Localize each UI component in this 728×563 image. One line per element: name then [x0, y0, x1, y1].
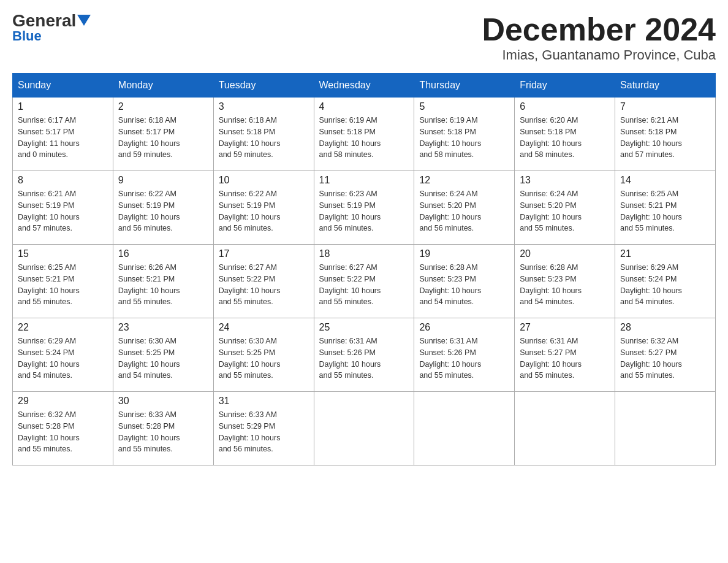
day-info: Sunrise: 6:28 AM Sunset: 5:23 PM Dayligh…	[520, 262, 610, 308]
calendar-day-11: 11Sunrise: 6:23 AM Sunset: 5:19 PM Dayli…	[314, 171, 414, 245]
weekday-header-monday: Monday	[113, 74, 213, 98]
calendar-day-1: 1Sunrise: 6:17 AM Sunset: 5:17 PM Daylig…	[13, 98, 113, 171]
day-number: 27	[520, 322, 610, 333]
calendar-empty-cell	[314, 392, 414, 465]
calendar-day-8: 8Sunrise: 6:21 AM Sunset: 5:19 PM Daylig…	[13, 171, 113, 245]
day-number: 16	[118, 248, 208, 259]
day-info: Sunrise: 6:31 AM Sunset: 5:27 PM Dayligh…	[520, 335, 610, 381]
calendar-empty-cell	[414, 392, 515, 465]
day-number: 22	[18, 322, 108, 333]
day-number: 24	[219, 322, 309, 333]
svg-marker-0	[77, 15, 91, 26]
day-number: 30	[118, 396, 208, 407]
calendar-day-3: 3Sunrise: 6:18 AM Sunset: 5:18 PM Daylig…	[213, 98, 314, 171]
day-info: Sunrise: 6:22 AM Sunset: 5:19 PM Dayligh…	[219, 188, 309, 234]
calendar-day-17: 17Sunrise: 6:27 AM Sunset: 5:22 PM Dayli…	[213, 245, 314, 318]
day-info: Sunrise: 6:30 AM Sunset: 5:25 PM Dayligh…	[118, 335, 208, 381]
day-number: 26	[419, 322, 509, 333]
day-info: Sunrise: 6:30 AM Sunset: 5:25 PM Dayligh…	[219, 335, 309, 381]
calendar-day-9: 9Sunrise: 6:22 AM Sunset: 5:19 PM Daylig…	[113, 171, 213, 245]
day-number: 6	[520, 101, 610, 112]
calendar-week-4: 22Sunrise: 6:29 AM Sunset: 5:24 PM Dayli…	[13, 318, 716, 392]
calendar-day-18: 18Sunrise: 6:27 AM Sunset: 5:22 PM Dayli…	[314, 245, 414, 318]
calendar-day-19: 19Sunrise: 6:28 AM Sunset: 5:23 PM Dayli…	[414, 245, 515, 318]
day-info: Sunrise: 6:17 AM Sunset: 5:17 PM Dayligh…	[18, 115, 108, 161]
day-number: 25	[319, 322, 409, 333]
calendar-day-15: 15Sunrise: 6:25 AM Sunset: 5:21 PM Dayli…	[13, 245, 113, 318]
day-info: Sunrise: 6:31 AM Sunset: 5:26 PM Dayligh…	[419, 335, 509, 381]
calendar-day-22: 22Sunrise: 6:29 AM Sunset: 5:24 PM Dayli…	[13, 318, 113, 392]
logo-text-blue: Blue	[12, 28, 42, 44]
day-info: Sunrise: 6:27 AM Sunset: 5:22 PM Dayligh…	[219, 262, 309, 308]
day-number: 13	[520, 175, 610, 186]
day-number: 21	[620, 248, 710, 259]
day-number: 5	[419, 101, 509, 112]
calendar-day-30: 30Sunrise: 6:33 AM Sunset: 5:28 PM Dayli…	[113, 392, 213, 465]
calendar-day-13: 13Sunrise: 6:24 AM Sunset: 5:20 PM Dayli…	[515, 171, 615, 245]
day-info: Sunrise: 6:33 AM Sunset: 5:28 PM Dayligh…	[118, 409, 208, 455]
day-info: Sunrise: 6:19 AM Sunset: 5:18 PM Dayligh…	[319, 115, 409, 161]
weekday-header-sunday: Sunday	[13, 74, 113, 98]
day-info: Sunrise: 6:20 AM Sunset: 5:18 PM Dayligh…	[520, 115, 610, 161]
day-info: Sunrise: 6:19 AM Sunset: 5:18 PM Dayligh…	[419, 115, 509, 161]
weekday-header-tuesday: Tuesday	[213, 74, 314, 98]
calendar-header-row: SundayMondayTuesdayWednesdayThursdayFrid…	[13, 74, 716, 98]
day-info: Sunrise: 6:27 AM Sunset: 5:22 PM Dayligh…	[319, 262, 409, 308]
weekday-header-friday: Friday	[515, 74, 615, 98]
day-number: 14	[620, 175, 710, 186]
day-number: 28	[620, 322, 710, 333]
day-info: Sunrise: 6:29 AM Sunset: 5:24 PM Dayligh…	[620, 262, 710, 308]
day-number: 12	[419, 175, 509, 186]
day-info: Sunrise: 6:26 AM Sunset: 5:21 PM Dayligh…	[118, 262, 208, 308]
day-number: 20	[520, 248, 610, 259]
calendar-day-2: 2Sunrise: 6:18 AM Sunset: 5:17 PM Daylig…	[113, 98, 213, 171]
calendar-day-12: 12Sunrise: 6:24 AM Sunset: 5:20 PM Dayli…	[414, 171, 515, 245]
calendar-day-10: 10Sunrise: 6:22 AM Sunset: 5:19 PM Dayli…	[213, 171, 314, 245]
calendar-day-29: 29Sunrise: 6:32 AM Sunset: 5:28 PM Dayli…	[13, 392, 113, 465]
calendar-table: SundayMondayTuesdayWednesdayThursdayFrid…	[12, 73, 716, 465]
calendar-day-24: 24Sunrise: 6:30 AM Sunset: 5:25 PM Dayli…	[213, 318, 314, 392]
day-number: 18	[319, 248, 409, 259]
day-number: 31	[219, 396, 309, 407]
day-number: 2	[118, 101, 208, 112]
day-number: 15	[18, 248, 108, 259]
day-info: Sunrise: 6:33 AM Sunset: 5:29 PM Dayligh…	[219, 409, 309, 455]
calendar-day-31: 31Sunrise: 6:33 AM Sunset: 5:29 PM Dayli…	[213, 392, 314, 465]
day-number: 7	[620, 101, 710, 112]
day-number: 1	[18, 101, 108, 112]
day-number: 29	[18, 396, 108, 407]
day-info: Sunrise: 6:32 AM Sunset: 5:28 PM Dayligh…	[18, 409, 108, 455]
day-number: 23	[118, 322, 208, 333]
day-number: 11	[319, 175, 409, 186]
day-number: 9	[118, 175, 208, 186]
day-info: Sunrise: 6:18 AM Sunset: 5:18 PM Dayligh…	[219, 115, 309, 161]
logo: General Blue	[12, 12, 91, 44]
logo-arrow-icon	[77, 15, 91, 28]
day-info: Sunrise: 6:18 AM Sunset: 5:17 PM Dayligh…	[118, 115, 208, 161]
day-number: 8	[18, 175, 108, 186]
day-number: 4	[319, 101, 409, 112]
day-info: Sunrise: 6:24 AM Sunset: 5:20 PM Dayligh…	[520, 188, 610, 234]
calendar-day-5: 5Sunrise: 6:19 AM Sunset: 5:18 PM Daylig…	[414, 98, 515, 171]
page-title: December 2024	[482, 12, 716, 47]
calendar-empty-cell	[515, 392, 615, 465]
calendar-day-4: 4Sunrise: 6:19 AM Sunset: 5:18 PM Daylig…	[314, 98, 414, 171]
calendar-day-26: 26Sunrise: 6:31 AM Sunset: 5:26 PM Dayli…	[414, 318, 515, 392]
day-number: 17	[219, 248, 309, 259]
page-subtitle: Imias, Guantanamo Province, Cuba	[482, 47, 716, 63]
calendar-day-25: 25Sunrise: 6:31 AM Sunset: 5:26 PM Dayli…	[314, 318, 414, 392]
weekday-header-saturday: Saturday	[615, 74, 716, 98]
day-info: Sunrise: 6:21 AM Sunset: 5:18 PM Dayligh…	[620, 115, 710, 161]
calendar-day-16: 16Sunrise: 6:26 AM Sunset: 5:21 PM Dayli…	[113, 245, 213, 318]
weekday-header-thursday: Thursday	[414, 74, 515, 98]
calendar-day-23: 23Sunrise: 6:30 AM Sunset: 5:25 PM Dayli…	[113, 318, 213, 392]
calendar-empty-cell	[615, 392, 716, 465]
calendar-week-3: 15Sunrise: 6:25 AM Sunset: 5:21 PM Dayli…	[13, 245, 716, 318]
calendar-day-20: 20Sunrise: 6:28 AM Sunset: 5:23 PM Dayli…	[515, 245, 615, 318]
calendar-day-27: 27Sunrise: 6:31 AM Sunset: 5:27 PM Dayli…	[515, 318, 615, 392]
day-info: Sunrise: 6:25 AM Sunset: 5:21 PM Dayligh…	[620, 188, 710, 234]
calendar-day-21: 21Sunrise: 6:29 AM Sunset: 5:24 PM Dayli…	[615, 245, 716, 318]
day-info: Sunrise: 6:32 AM Sunset: 5:27 PM Dayligh…	[620, 335, 710, 381]
logo-text-general: General	[12, 12, 76, 29]
calendar-week-5: 29Sunrise: 6:32 AM Sunset: 5:28 PM Dayli…	[13, 392, 716, 465]
